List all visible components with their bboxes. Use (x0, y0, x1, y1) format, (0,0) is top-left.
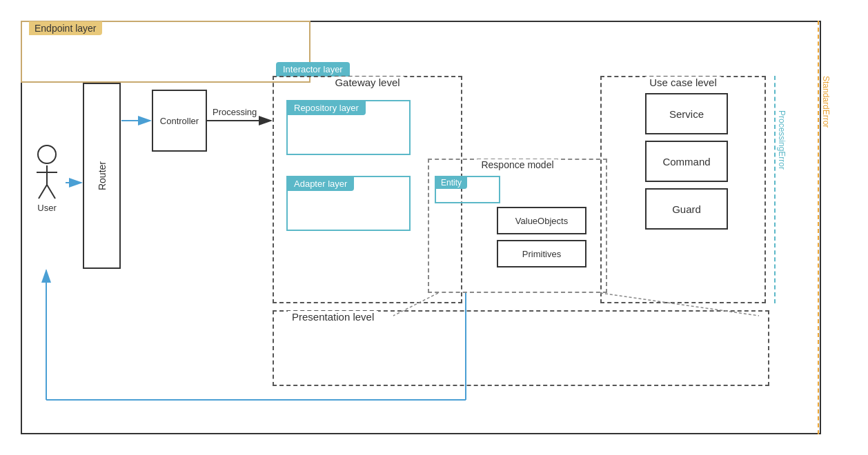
repository-box: Repository layer (286, 100, 411, 155)
interactor-tab: Interactor layer (276, 62, 350, 77)
usecase-label: Use case level (645, 77, 721, 88)
command-box: Command (645, 141, 728, 182)
router-label: Router (97, 161, 108, 190)
entity-tab: Entity (435, 176, 467, 189)
gateway-label: Gateway level (331, 77, 404, 88)
valueobjects-label: ValueObjects (515, 216, 568, 226)
endpoint-layer-label: Endpoint layer (29, 21, 102, 35)
user-head (37, 145, 57, 164)
standard-error-label: StandardError (821, 76, 831, 128)
standard-error-line (818, 21, 819, 434)
processing-error-line (774, 76, 776, 303)
user-body (33, 165, 61, 200)
processing-error-label: ProcessingError (777, 110, 787, 170)
svg-line-3 (47, 185, 55, 199)
controller-label: Controller (160, 116, 199, 126)
diagram-container: Endpoint layer User Router Controller Pr… (0, 0, 868, 455)
controller-box: Controller (152, 90, 207, 152)
adapter-box: Adapter layer (286, 176, 411, 231)
adapter-tab: Adapter layer (287, 176, 354, 191)
valueobjects-box: ValueObjects (497, 207, 586, 234)
presentation-label: Presentation level (288, 311, 378, 323)
svg-line-2 (39, 185, 47, 199)
guard-box: Guard (645, 188, 728, 230)
user-figure: User (33, 145, 61, 213)
command-label: Command (662, 156, 710, 168)
primitives-label: Primitives (522, 249, 561, 259)
primitives-box: Primitives (497, 240, 586, 267)
processing-label: Processing (213, 107, 257, 117)
guard-label: Guard (672, 203, 701, 215)
user-label: User (33, 203, 61, 213)
service-label: Service (669, 108, 704, 120)
router-box: Router (83, 83, 121, 269)
response-model-label: Responce model (477, 159, 558, 170)
presentation-box: Presentation level (273, 310, 769, 386)
repository-tab: Repository layer (287, 101, 366, 115)
service-box: Service (645, 93, 728, 134)
entity-box: Entity (435, 176, 500, 203)
endpoint-layer: Endpoint layer (21, 21, 310, 83)
